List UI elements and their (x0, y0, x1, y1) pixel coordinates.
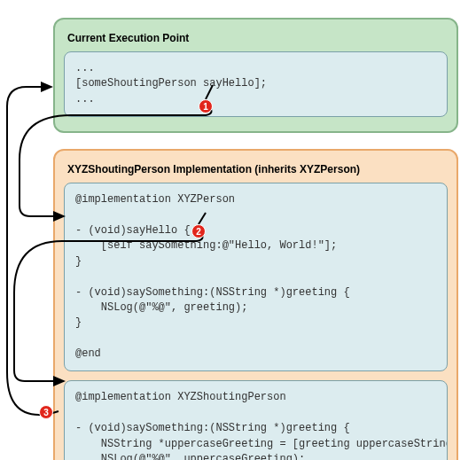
step-badge-2: 2 (191, 224, 206, 238)
xyzshoutingperson-code: @implementation XYZShoutingPerson - (voi… (64, 380, 448, 460)
execution-title: Current Execution Point (64, 28, 448, 51)
execution-code: ... [someShoutingPerson sayHello]; ... (64, 51, 448, 117)
xyzperson-code: @implementation XYZPerson - (void)sayHel… (64, 183, 448, 371)
implementation-title: XYZShoutingPerson Implementation (inheri… (64, 160, 448, 183)
step-badge-3: 3 (39, 405, 53, 419)
implementation-box: XYZShoutingPerson Implementation (inheri… (53, 149, 458, 460)
step-badge-1: 1 (199, 99, 213, 113)
execution-point-box: Current Execution Point ... [someShoutin… (53, 18, 458, 133)
arrow-step-3 (7, 87, 59, 415)
